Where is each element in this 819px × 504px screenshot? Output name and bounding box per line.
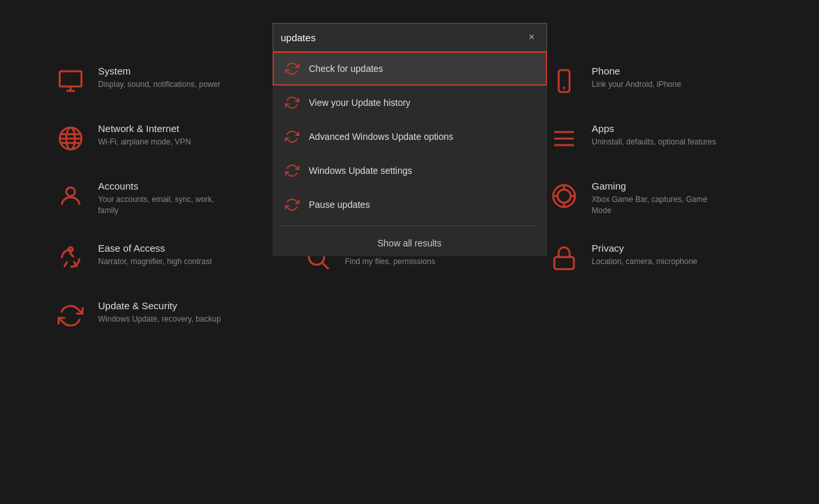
accounts-title: Accounts bbox=[98, 180, 229, 192]
apps-title: Apps bbox=[592, 123, 716, 134]
monitor-icon bbox=[55, 65, 86, 97]
settings-item-gaming[interactable]: Gaming Xbox Game Bar, captures, Game Mod… bbox=[533, 167, 780, 229]
result-check-for-updates[interactable]: Check for updates bbox=[273, 52, 547, 86]
search-clear-button[interactable]: × bbox=[526, 31, 539, 44]
svg-line-24 bbox=[322, 263, 328, 269]
search-overlay: × Check for updates View your Update his… bbox=[273, 23, 547, 256]
accounts-subtitle: Your accounts, email, sync, work, family bbox=[98, 194, 229, 216]
update-security-title: Update & Security bbox=[98, 300, 221, 311]
search-subtitle: Find my files, permissions bbox=[345, 256, 435, 267]
phone-subtitle: Link your Android, iPhone bbox=[592, 79, 681, 90]
result-label-windows-update-settings: Windows Update settings bbox=[309, 165, 412, 176]
network-title: Network & Internet bbox=[98, 123, 191, 134]
settings-item-privacy[interactable]: Privacy Location, camera, microphone bbox=[533, 229, 780, 287]
search-input[interactable] bbox=[281, 32, 526, 43]
ease-of-access-icon bbox=[55, 243, 86, 274]
gaming-subtitle: Xbox Game Bar, captures, Game Mode bbox=[592, 194, 722, 216]
network-subtitle: Wi-Fi, airplane mode, VPN bbox=[98, 137, 191, 148]
apps-icon bbox=[548, 123, 580, 154]
settings-item-accounts[interactable]: Accounts Your accounts, email, sync, wor… bbox=[39, 167, 286, 229]
result-windows-update-settings[interactable]: Windows Update settings bbox=[273, 154, 547, 188]
settings-item-ease-of-access[interactable]: Ease of Access Narrator, magnifier, high… bbox=[39, 229, 286, 287]
privacy-subtitle: Location, camera, microphone bbox=[592, 256, 697, 267]
svg-rect-0 bbox=[59, 71, 81, 86]
ease-of-access-subtitle: Narrator, magnifier, high contrast bbox=[98, 256, 212, 267]
ease-of-access-title: Ease of Access bbox=[98, 243, 212, 254]
result-update-icon-2 bbox=[283, 93, 301, 112]
settings-item-update-security[interactable]: Update & Security Windows Update, recove… bbox=[39, 287, 286, 344]
system-subtitle: Display, sound, notifications, power bbox=[98, 79, 220, 90]
result-label-pause-updates: Pause updates bbox=[309, 199, 370, 210]
result-view-update-history[interactable]: View your Update history bbox=[273, 86, 547, 120]
search-box: × bbox=[273, 23, 547, 52]
phone-icon bbox=[548, 65, 580, 97]
result-update-icon-3 bbox=[283, 127, 301, 146]
result-label-check-for-updates: Check for updates bbox=[309, 63, 384, 74]
show-all-results-button[interactable]: Show all results bbox=[273, 230, 547, 256]
person-icon bbox=[55, 180, 86, 212]
settings-item-system[interactable]: System Display, sound, notifications, po… bbox=[39, 52, 286, 110]
result-pause-updates[interactable]: Pause updates bbox=[273, 188, 547, 222]
privacy-icon bbox=[548, 243, 580, 274]
update-icon bbox=[55, 300, 86, 331]
svg-point-17 bbox=[558, 190, 571, 203]
settings-item-phone[interactable]: Phone Link your Android, iPhone bbox=[533, 52, 780, 110]
svg-rect-25 bbox=[554, 257, 574, 269]
result-update-icon-5 bbox=[283, 195, 301, 214]
phone-title: Phone bbox=[592, 65, 681, 76]
result-label-advanced-update-options: Advanced Windows Update options bbox=[309, 131, 454, 142]
globe-icon bbox=[55, 123, 86, 154]
system-title: System bbox=[98, 65, 220, 76]
apps-subtitle: Uninstall, defaults, optional features bbox=[592, 137, 716, 148]
gaming-icon bbox=[548, 180, 580, 212]
settings-item-apps[interactable]: Apps Uninstall, defaults, optional featu… bbox=[533, 110, 780, 167]
result-update-icon-4 bbox=[283, 161, 301, 180]
privacy-title: Privacy bbox=[592, 243, 697, 254]
svg-point-13 bbox=[66, 188, 75, 196]
settings-item-network[interactable]: Network & Internet Wi-Fi, airplane mode,… bbox=[39, 110, 286, 167]
search-dropdown: Check for updates View your Update histo… bbox=[273, 52, 547, 256]
result-advanced-update-options[interactable]: Advanced Windows Update options bbox=[273, 120, 547, 154]
result-label-view-update-history: View your Update history bbox=[309, 97, 410, 108]
search-divider bbox=[282, 226, 538, 226]
result-update-icon-1 bbox=[283, 59, 301, 78]
gaming-title: Gaming bbox=[592, 180, 722, 192]
update-security-subtitle: Windows Update, recovery, backup bbox=[98, 314, 221, 325]
